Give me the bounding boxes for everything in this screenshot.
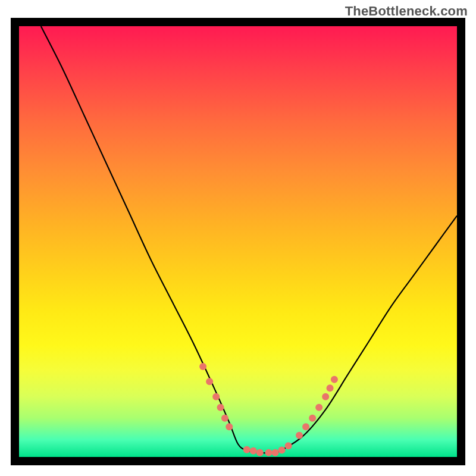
data-marker — [206, 378, 213, 385]
data-marker — [256, 449, 264, 456]
data-marker — [315, 404, 322, 411]
watermark-text: TheBottleneck.com — [345, 4, 468, 19]
data-marker — [250, 447, 257, 455]
data-marker — [221, 415, 228, 422]
data-marker — [331, 376, 338, 383]
data-marker — [278, 446, 286, 453]
data-marker — [327, 384, 334, 392]
plot-area — [19, 26, 457, 457]
chart-container: TheBottleneck.com — [0, 0, 476, 476]
data-marker — [285, 442, 292, 449]
data-marker — [296, 432, 303, 439]
data-marker — [199, 363, 206, 370]
data-marker — [217, 404, 224, 411]
data-marker — [226, 423, 233, 430]
curve-path — [41, 26, 457, 453]
data-marker — [322, 393, 329, 400]
data-marker — [309, 415, 316, 422]
data-marker — [272, 449, 279, 456]
markers-group — [199, 363, 338, 456]
data-marker — [265, 449, 273, 456]
data-marker — [212, 393, 220, 400]
curve-svg — [19, 26, 457, 457]
data-marker — [243, 446, 250, 453]
data-marker — [302, 423, 309, 430]
